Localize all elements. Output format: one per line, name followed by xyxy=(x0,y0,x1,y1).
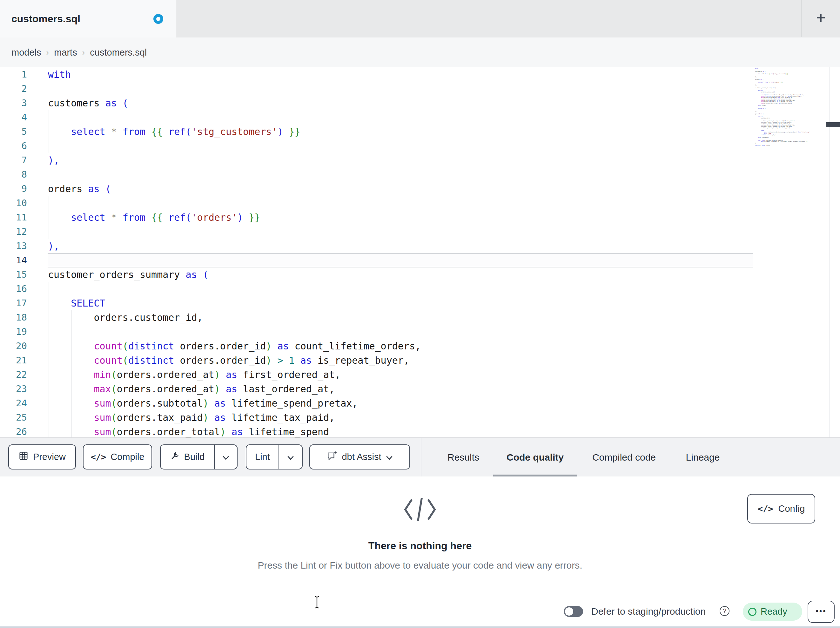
breadcrumb-separator: › xyxy=(82,47,85,57)
tab-lineage[interactable]: Lineage xyxy=(684,438,721,477)
code-line[interactable]: 25 sum(orders.tax_paid) as lifetime_tax_… xyxy=(0,410,753,425)
line-number: 20 xyxy=(0,339,27,353)
unsaved-changes-dot-icon xyxy=(153,14,163,24)
preview-button-label: Preview xyxy=(33,452,66,462)
breadcrumb-item-models[interactable]: models xyxy=(11,47,41,58)
lint-split-button: Lint xyxy=(246,445,303,470)
new-tab-button[interactable]: + xyxy=(810,0,832,38)
code-line[interactable]: 18 orders.customer_id, xyxy=(0,310,753,325)
code-line[interactable]: 11 select * from {{ ref('orders') }} xyxy=(0,210,753,225)
text-cursor-pointer xyxy=(313,595,321,611)
build-dropdown-button[interactable] xyxy=(214,445,237,469)
defer-toggle-label: Defer to staging/production xyxy=(591,596,706,627)
code-line[interactable]: 4 xyxy=(0,110,753,125)
code-line[interactable]: 10 xyxy=(0,196,753,210)
code-line[interactable]: 15customer_orders_summary as ( xyxy=(0,267,753,282)
code-line[interactable]: 13), xyxy=(0,239,753,253)
preview-button[interactable]: Preview xyxy=(8,445,76,470)
code-line[interactable]: 3customers as ( xyxy=(0,96,753,110)
defer-toggle[interactable] xyxy=(564,606,583,617)
code-text: ), xyxy=(27,153,59,168)
dbt-assist-button[interactable]: dbt Assist xyxy=(309,445,410,470)
toolbar-divider xyxy=(421,438,422,477)
help-icon[interactable]: ? xyxy=(720,606,729,616)
file-tab-title: customers.sql xyxy=(11,0,81,38)
line-number: 1 xyxy=(0,67,27,82)
line-number: 2 xyxy=(0,82,27,96)
line-number: 14 xyxy=(0,253,27,267)
indent-guide xyxy=(49,282,49,437)
compile-button[interactable]: </> Compile xyxy=(83,445,152,470)
code-line[interactable]: 22 min(orders.ordered_at) as first_order… xyxy=(0,367,753,382)
code-text: SELECT xyxy=(27,296,106,310)
line-number: 5 xyxy=(0,125,27,139)
code-text: min(orders.ordered_at) as first_ordered_… xyxy=(27,367,341,382)
build-button[interactable]: Build xyxy=(161,445,214,469)
code-text xyxy=(27,139,48,153)
code-line[interactable]: 7), xyxy=(0,153,753,168)
code-line[interactable]: 1with xyxy=(0,67,753,82)
chevron-down-icon xyxy=(386,452,393,462)
code-text: ), xyxy=(27,239,59,253)
code-line[interactable]: 5 select * from {{ ref('stg_customers') … xyxy=(0,125,753,139)
code-text xyxy=(27,282,48,296)
file-tab[interactable]: customers.sql xyxy=(0,0,176,38)
code-line[interactable]: 16 xyxy=(0,282,753,296)
code-text: sum(orders.tax_paid) as lifetime_tax_pai… xyxy=(27,410,335,425)
code-line[interactable]: 24 sum(orders.subtotal) as lifetime_spen… xyxy=(0,396,753,410)
breadcrumb-item-marts[interactable]: marts xyxy=(54,47,77,58)
breadcrumb: models › marts › customers.sql xyxy=(11,38,147,67)
code-line[interactable]: 8 xyxy=(0,168,753,182)
table-grid-icon xyxy=(19,451,28,463)
editor-toolbar: Preview </> Compile Build xyxy=(0,437,840,476)
breadcrumb-item-file[interactable]: customers.sql xyxy=(90,47,147,58)
line-number: 25 xyxy=(0,410,27,425)
code-lines: 1with23customers as (45 select * from {{… xyxy=(0,67,753,437)
tab-strip-divider xyxy=(801,0,802,37)
line-number: 11 xyxy=(0,210,27,225)
status-circle-icon xyxy=(748,607,756,616)
code-text xyxy=(27,253,48,267)
code-line[interactable]: 9orders as ( xyxy=(0,182,753,196)
code-line[interactable]: 26 sum(orders.order_total) as lifetime_s… xyxy=(0,425,753,437)
code-text xyxy=(27,196,48,210)
line-number: 23 xyxy=(0,382,27,396)
tab-code-quality[interactable]: Code quality xyxy=(493,438,577,477)
code-line[interactable]: 19 xyxy=(0,325,753,339)
code-line[interactable]: 6 xyxy=(0,139,753,153)
code-line[interactable]: 23 max(orders.ordered_at) as last_ordere… xyxy=(0,382,753,396)
lint-dropdown-button[interactable] xyxy=(278,445,302,469)
line-number: 17 xyxy=(0,296,27,310)
breadcrumb-row: models › marts › customers.sql xyxy=(0,38,840,67)
assist-chat-sparkle-icon xyxy=(327,451,337,463)
code-line[interactable]: 17 SELECT xyxy=(0,296,753,310)
code-line[interactable]: 2 xyxy=(0,82,753,96)
tab-compiled-code[interactable]: Compiled code xyxy=(589,438,659,477)
tab-results[interactable]: Results xyxy=(446,438,481,477)
code-text: orders.customer_id, xyxy=(27,310,203,325)
code-text: customer_orders_summary as ( xyxy=(27,267,208,282)
minimap[interactable]: with customers as ( select * from {{ ref… xyxy=(755,68,829,211)
code-editor[interactable]: 1with23customers as (45 select * from {{… xyxy=(0,67,840,437)
config-button[interactable]: </> Config xyxy=(747,494,815,524)
line-number: 9 xyxy=(0,182,27,196)
scrollbar-thumb[interactable] xyxy=(826,122,840,127)
build-button-label: Build xyxy=(184,452,205,462)
line-number: 6 xyxy=(0,139,27,153)
code-text: select * from {{ ref('stg_customers') }} xyxy=(27,125,300,139)
code-line[interactable]: 12 xyxy=(0,225,753,239)
code-line[interactable]: 20 count(distinct orders.order_id) as co… xyxy=(0,339,753,353)
empty-state-message: Press the Lint or Fix button above to ev… xyxy=(0,558,840,573)
code-quality-panel: There is nothing here Press the Lint or … xyxy=(0,476,840,596)
line-number: 3 xyxy=(0,96,27,110)
code-text: sum(orders.order_total) as lifetime_spen… xyxy=(27,425,329,437)
code-text xyxy=(27,168,48,182)
lint-button[interactable]: Lint xyxy=(246,445,278,469)
line-number: 8 xyxy=(0,168,27,182)
code-line[interactable]: 21 count(distinct orders.order_id) > 1 a… xyxy=(0,353,753,367)
line-number: 12 xyxy=(0,225,27,239)
overflow-menu-button[interactable]: ••• xyxy=(808,601,835,623)
wrench-icon xyxy=(170,451,180,463)
code-line[interactable]: 14 xyxy=(0,253,753,267)
ready-status-label: Ready xyxy=(761,606,787,617)
